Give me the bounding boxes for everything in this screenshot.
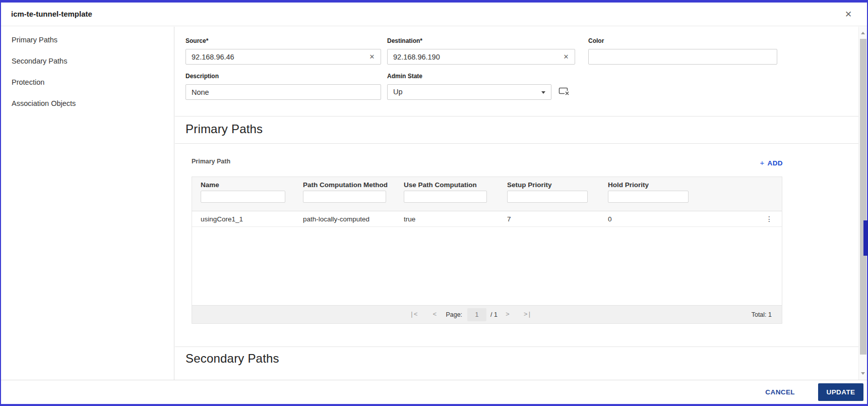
update-button[interactable]: UPDATE [818, 383, 863, 401]
dialog-footer: CANCEL UPDATE [1, 380, 867, 404]
plus-icon: + [760, 158, 764, 167]
main-content: Source* ✕ Destination* ✕ Color Descripti… [175, 27, 858, 380]
column-header-path-computation-method[interactable]: Path Computation Method [303, 181, 404, 190]
table-row[interactable]: usingCore1_1 path-locally-computed true … [192, 211, 782, 227]
setup-priority-filter-input[interactable] [507, 191, 588, 203]
description-label: Description [185, 73, 219, 80]
pagination-bar: |< < Page: / 1 > >| Total: 1 [192, 305, 782, 323]
description-input[interactable] [185, 84, 381, 100]
admin-state-value: Up [393, 88, 403, 96]
dialog-title: icm-te-tunnel-template [11, 10, 92, 18]
dialog-titlebar: icm-te-tunnel-template ✕ [1, 3, 867, 26]
cell-setup-priority: 7 [507, 215, 608, 223]
admin-state-select[interactable]: Up [387, 84, 551, 100]
column-header-hold-priority[interactable]: Hold Priority [608, 181, 709, 190]
scroll-up-icon[interactable] [861, 32, 865, 34]
table-empty-area [192, 227, 782, 306]
total-count: Total: 1 [752, 311, 772, 318]
primary-paths-table: Name Path Computation Method Use Path Co… [192, 177, 782, 324]
use-path-computation-filter-input[interactable] [404, 191, 487, 203]
sidebar-item-protection[interactable]: Protection [1, 72, 174, 93]
source-clear-icon[interactable]: ✕ [367, 52, 377, 62]
page-label: Page: [446, 311, 462, 318]
page-count: / 1 [490, 311, 498, 318]
destination-clear-icon[interactable]: ✕ [562, 52, 571, 62]
hold-priority-filter-input[interactable] [608, 191, 689, 203]
page-number-input[interactable] [467, 308, 486, 321]
cell-path-computation-method: path-locally-computed [303, 215, 404, 223]
admin-state-label: Admin State [387, 73, 422, 80]
next-page-icon[interactable]: > [506, 311, 510, 318]
destination-label: Destination* [387, 37, 422, 44]
chevron-down-icon [541, 91, 545, 94]
tunnel-template-dialog: icm-te-tunnel-template ✕ Primary Paths S… [0, 0, 868, 406]
scroll-down-icon[interactable] [861, 372, 865, 375]
add-primary-path-button[interactable]: +ADD [750, 158, 783, 167]
primary-paths-heading: Primary Paths [185, 122, 263, 136]
source-input[interactable] [185, 49, 381, 65]
close-icon[interactable]: ✕ [842, 8, 855, 21]
scrollbar-thumb[interactable] [860, 39, 866, 355]
cell-name: usingCore1_1 [201, 215, 303, 223]
primary-path-table-label: Primary Path [192, 158, 230, 165]
sidebar-item-association-objects[interactable]: Association Objects [1, 93, 174, 114]
cell-hold-priority: 0 [608, 215, 709, 223]
name-filter-input[interactable] [201, 191, 285, 203]
divider [175, 143, 858, 144]
column-header-setup-priority[interactable]: Setup Priority [507, 181, 608, 190]
filter-row [192, 191, 782, 203]
section-nav-sidebar: Primary Paths Secondary Paths Protection… [1, 27, 174, 380]
clear-selection-icon[interactable] [559, 87, 570, 98]
table-header: Name Path Computation Method Use Path Co… [192, 177, 782, 211]
window-scroll-marker [863, 220, 868, 256]
secondary-paths-heading: Secondary Paths [185, 352, 279, 366]
sidebar-item-secondary-paths[interactable]: Secondary Paths [1, 50, 174, 72]
vertical-scrollbar[interactable] [858, 27, 867, 380]
path-computation-method-filter-input[interactable] [303, 191, 386, 203]
source-label: Source* [185, 37, 208, 44]
cell-use-path-computation: true [404, 215, 507, 223]
row-actions-kebab-icon[interactable]: ⋮ [766, 215, 773, 222]
last-page-icon[interactable]: >| [524, 311, 532, 318]
color-label: Color [588, 37, 604, 44]
color-input[interactable] [588, 49, 777, 65]
destination-input[interactable] [387, 49, 575, 65]
cancel-button[interactable]: CANCEL [765, 388, 795, 396]
first-page-icon[interactable]: |< [410, 311, 418, 318]
sidebar-item-primary-paths[interactable]: Primary Paths [1, 29, 174, 50]
column-header-name[interactable]: Name [201, 181, 303, 190]
divider [175, 346, 858, 347]
previous-page-icon[interactable]: < [433, 311, 437, 318]
divider [175, 116, 858, 117]
column-header-use-path-computation[interactable]: Use Path Computation [404, 181, 507, 190]
